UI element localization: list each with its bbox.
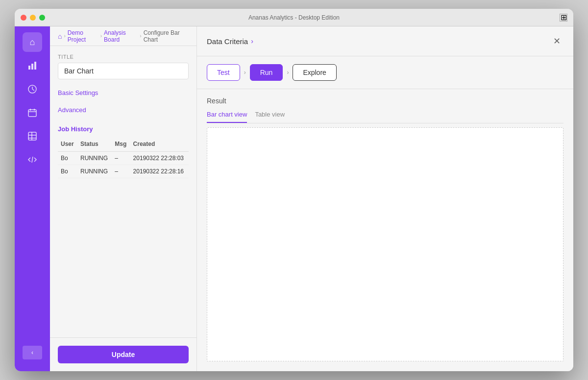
cell-user: Bo — [58, 152, 77, 165]
sidebar-bottom: ‹ — [23, 346, 42, 365]
svg-rect-6 — [28, 110, 36, 117]
window-title: Ananas Analytics - Desktop Edition — [248, 14, 340, 21]
data-criteria-chevron-icon: › — [251, 37, 253, 45]
breadcrumb-demo-project[interactable]: Demo Project — [68, 29, 98, 43]
expand-button[interactable]: ⊞ — [560, 14, 567, 22]
cell-status: RUNNING — [77, 152, 112, 165]
title-label: Title — [58, 54, 189, 60]
breadcrumb-sep-2: › — [100, 33, 102, 39]
sidebar-collapse-button[interactable]: ‹ — [23, 346, 42, 359]
titlebar: Ananas Analytics - Desktop Edition ⊞ — [15, 9, 573, 26]
right-panel: Data Criteria › ✕ Test › Run › Explore R… — [197, 26, 573, 371]
breadcrumb-home[interactable]: ⌂ — [58, 32, 62, 40]
data-criteria-label: Data Criteria › — [207, 37, 253, 46]
job-history-title: Job History — [58, 125, 189, 133]
col-header-status: Status — [77, 139, 112, 152]
window-controls-right: ⊞ — [560, 14, 567, 22]
sidebar-icon-clock[interactable] — [23, 79, 42, 99]
svg-rect-0 — [28, 66, 30, 70]
svg-rect-10 — [28, 132, 36, 140]
result-title: Result — [207, 97, 564, 105]
traffic-lights — [21, 15, 45, 21]
right-panel-header: Data Criteria › ✕ — [197, 26, 573, 56]
sidebar-icon-calendar[interactable] — [23, 103, 42, 122]
data-criteria-text: Data Criteria — [207, 37, 248, 46]
main-content: ⌂ — [15, 26, 573, 371]
tab-table-view[interactable]: Table view — [255, 111, 285, 123]
sidebar-icon-table[interactable] — [23, 126, 42, 146]
test-button[interactable]: Test — [207, 64, 240, 81]
sidebar-icon-home[interactable]: ⌂ — [23, 32, 42, 52]
breadcrumb-sep-1: › — [64, 33, 65, 39]
job-history-table: User Status Msg Created BoRUNNING–201903… — [58, 139, 189, 178]
sidebar: ⌂ — [15, 26, 50, 371]
breadcrumb-current: Configure Bar Chart — [144, 29, 189, 43]
sidebar-icon-chart[interactable] — [23, 56, 42, 75]
col-header-user: User — [58, 139, 77, 152]
cell-status: RUNNING — [77, 165, 112, 178]
cell-created: 20190322 22:28:16 — [130, 165, 189, 178]
maximize-traffic-light[interactable] — [39, 15, 45, 21]
breadcrumb: ⌂ › Demo Project › Analysis Board › Conf… — [50, 26, 196, 46]
left-panel-footer: Update — [50, 337, 196, 371]
result-area — [207, 127, 564, 361]
table-row: BoRUNNING–20190322 22:28:16 — [58, 165, 189, 178]
basic-settings-link[interactable]: Basic Settings — [58, 89, 189, 96]
advanced-link[interactable]: Advanced — [58, 106, 189, 114]
explore-button[interactable]: Explore — [293, 64, 336, 81]
svg-line-5 — [32, 89, 34, 91]
minimize-traffic-light[interactable] — [30, 15, 36, 21]
breadcrumb-analysis-board[interactable]: Analysis Board — [104, 29, 138, 43]
close-button[interactable]: ✕ — [550, 34, 564, 48]
title-input[interactable] — [58, 63, 189, 79]
table-row: BoRUNNING–20190322 22:28:03 — [58, 152, 189, 165]
pipeline-arrow-1: › — [244, 69, 246, 76]
close-traffic-light[interactable] — [21, 15, 26, 21]
app-window: Ananas Analytics - Desktop Edition ⊞ ⌂ — [15, 9, 573, 371]
pipeline-arrow-2: › — [287, 69, 289, 76]
sidebar-icon-code[interactable] — [23, 150, 42, 169]
breadcrumb-sep-3: › — [140, 33, 141, 39]
svg-rect-2 — [34, 62, 36, 70]
cell-msg: – — [112, 165, 130, 178]
run-button[interactable]: Run — [250, 64, 283, 81]
left-panel-content: Title Basic Settings Advanced Job Histor… — [50, 46, 196, 337]
cell-created: 20190322 22:28:03 — [130, 152, 189, 165]
pipeline-row: Test › Run › Explore — [197, 56, 573, 89]
svg-line-14 — [32, 157, 33, 163]
tab-bar-chart-view[interactable]: Bar chart view — [207, 111, 247, 123]
job-history-section: Job History User Status Msg Created BoRU… — [58, 125, 189, 178]
svg-rect-1 — [31, 64, 33, 70]
update-button[interactable]: Update — [58, 346, 189, 363]
view-tabs: Bar chart view Table view — [207, 111, 564, 123]
cell-user: Bo — [58, 165, 77, 178]
col-header-msg: Msg — [112, 139, 130, 152]
col-header-created: Created — [130, 139, 189, 152]
left-panel: ⌂ › Demo Project › Analysis Board › Conf… — [50, 26, 197, 371]
result-section: Result Bar chart view Table view — [197, 89, 573, 127]
cell-msg: – — [112, 152, 130, 165]
